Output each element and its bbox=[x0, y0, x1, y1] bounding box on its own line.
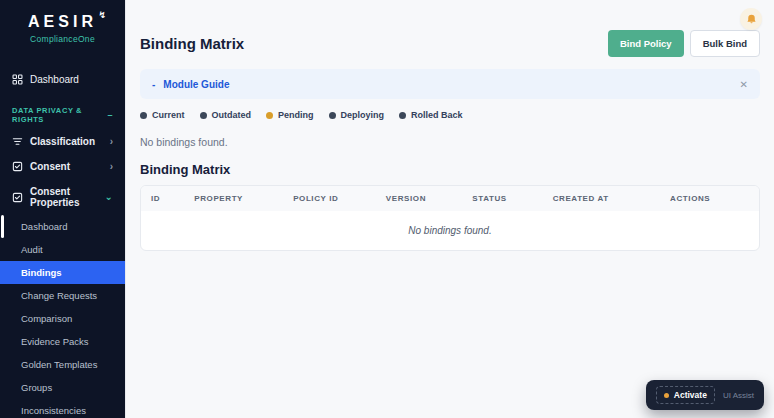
sidebar-subitem-audit[interactable]: Audit bbox=[0, 238, 125, 261]
group-label: Classification bbox=[30, 136, 95, 147]
app-logo: AESIR ↯ ComplianceOne bbox=[0, 0, 125, 44]
sidebar-subitem-dashboard[interactable]: Dashboard bbox=[0, 215, 125, 238]
empty-note: No bindings found. bbox=[140, 136, 760, 148]
status-legend: Current Outdated Pending Deploying Rolle… bbox=[140, 110, 760, 120]
checkbox-icon bbox=[12, 192, 23, 203]
col-id: ID bbox=[141, 186, 184, 211]
legend-item-pending: Pending bbox=[266, 110, 314, 120]
module-guide-toggle[interactable]: - Module Guide bbox=[152, 79, 229, 90]
module-guide-banner: - Module Guide ✕ bbox=[140, 69, 760, 99]
close-icon[interactable]: ✕ bbox=[740, 79, 748, 90]
table-empty-message: No bindings found. bbox=[141, 211, 759, 250]
bulk-bind-button[interactable]: Bulk Bind bbox=[690, 30, 760, 57]
sidebar-item-dashboard[interactable]: Dashboard bbox=[0, 68, 125, 91]
group-label: Consent bbox=[30, 161, 70, 172]
col-version: VERSION bbox=[376, 186, 463, 211]
sidebar-item-consent[interactable]: Consent › bbox=[0, 154, 125, 179]
main-content: Binding Matrix Bind Policy Bulk Bind - M… bbox=[125, 0, 774, 418]
status-dot bbox=[399, 112, 406, 119]
section-collapse-icon[interactable]: – bbox=[107, 110, 113, 120]
sidebar-scrollbar-thumb[interactable] bbox=[1, 215, 4, 238]
status-dot bbox=[200, 112, 207, 119]
table-header-row: ID PROPERTY POLICY ID VERSION STATUS CRE… bbox=[141, 186, 759, 211]
page-title: Binding Matrix bbox=[140, 35, 244, 52]
sidebar-item-classification[interactable]: Classification › bbox=[0, 129, 125, 154]
chevron-down-icon: ⌄ bbox=[105, 192, 113, 202]
col-status: STATUS bbox=[462, 186, 542, 211]
checkbox-icon bbox=[12, 161, 23, 172]
module-guide-label: Module Guide bbox=[163, 79, 229, 90]
chevron-right-icon: › bbox=[110, 162, 113, 172]
sidebar-subitem-inconsistencies[interactable]: Inconsistencies bbox=[0, 399, 125, 418]
bell-icon bbox=[745, 13, 758, 26]
grid-icon bbox=[12, 74, 23, 85]
legend-item-rolled-back: Rolled Back bbox=[399, 110, 463, 120]
notifications-button[interactable] bbox=[740, 8, 762, 30]
legend-item-deploying: Deploying bbox=[329, 110, 385, 120]
bindings-table: ID PROPERTY POLICY ID VERSION STATUS CRE… bbox=[141, 186, 759, 250]
bind-policy-button[interactable]: Bind Policy bbox=[608, 30, 684, 57]
col-policy-id: POLICY ID bbox=[283, 186, 376, 211]
ui-assist-widget[interactable]: Activate UI Assist bbox=[646, 380, 764, 410]
sidebar-subitem-groups[interactable]: Groups bbox=[0, 376, 125, 399]
sidebar: AESIR ↯ ComplianceOne Dashboard DATA PRI… bbox=[0, 0, 125, 418]
activate-button[interactable]: Activate bbox=[656, 386, 715, 404]
collapse-dash-icon: - bbox=[152, 79, 155, 90]
sidebar-subitem-bindings[interactable]: Bindings bbox=[0, 261, 125, 284]
bindings-table-card: ID PROPERTY POLICY ID VERSION STATUS CRE… bbox=[140, 185, 760, 251]
col-actions: ACTIONS bbox=[660, 186, 759, 211]
page-header: Binding Matrix Bind Policy Bulk Bind bbox=[140, 30, 760, 57]
status-dot bbox=[266, 112, 273, 119]
sidebar-item-label: Dashboard bbox=[30, 74, 79, 85]
sidebar-section-data-privacy[interactable]: DATA PRIVACY & RIGHTS – bbox=[0, 99, 125, 129]
status-dot bbox=[664, 393, 669, 398]
status-dot bbox=[329, 112, 336, 119]
logo-title: AESIR ↯ bbox=[28, 13, 97, 31]
logo-subtitle: ComplianceOne bbox=[0, 34, 125, 44]
sidebar-subitem-change-requests[interactable]: Change Requests bbox=[0, 284, 125, 307]
legend-item-current: Current bbox=[140, 110, 185, 120]
sidebar-subitem-golden-templates[interactable]: Golden Templates bbox=[0, 353, 125, 376]
col-created-at: CREATED AT bbox=[543, 186, 660, 211]
filter-lines-icon bbox=[12, 136, 23, 147]
chevron-right-icon: › bbox=[110, 137, 113, 147]
table-section-title: Binding Matrix bbox=[140, 162, 760, 177]
sidebar-subitem-evidence-packs[interactable]: Evidence Packs bbox=[0, 330, 125, 353]
sidebar-item-consent-properties[interactable]: Consent Properties ⌄ bbox=[0, 179, 125, 215]
status-dot bbox=[140, 112, 147, 119]
group-label: Consent Properties bbox=[30, 186, 98, 208]
logo-bolt-icon: ↯ bbox=[98, 10, 106, 20]
legend-item-outdated: Outdated bbox=[200, 110, 252, 120]
header-actions: Bind Policy Bulk Bind bbox=[608, 30, 760, 57]
col-property: PROPERTY bbox=[184, 186, 283, 211]
table-empty-row: No bindings found. bbox=[141, 211, 759, 250]
sidebar-subitem-comparison[interactable]: Comparison bbox=[0, 307, 125, 330]
section-label: DATA PRIVACY & RIGHTS bbox=[12, 106, 107, 124]
assist-name-label: UI Assist bbox=[723, 391, 754, 400]
